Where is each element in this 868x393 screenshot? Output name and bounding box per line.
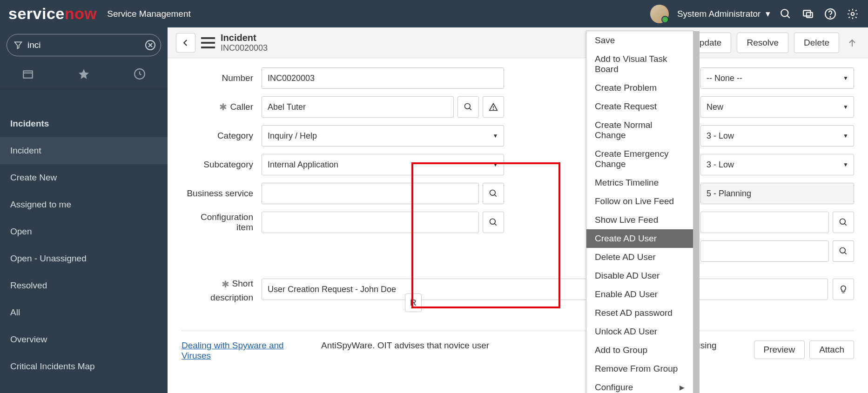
label-caller-text: Caller [230, 102, 253, 112]
preview-button[interactable]: Preview [754, 340, 805, 359]
scroll-top-icon[interactable] [845, 37, 860, 48]
delete-button[interactable]: Delete [794, 33, 839, 53]
ctx-label: Reset AD password [595, 308, 673, 318]
app-name: Service Management [107, 9, 191, 19]
nav-filter[interactable] [7, 34, 161, 56]
header-right: System Administrator ▾ [650, 5, 860, 23]
label-short-top: Short [232, 279, 253, 290]
lookup-business-service-icon[interactable] [483, 183, 504, 204]
nav-tab-all-apps-icon[interactable] [20, 66, 36, 82]
nav-module-open[interactable]: Open [0, 218, 168, 245]
ctx-enable-ad-user[interactable]: Enable AD User [586, 285, 693, 304]
ctx-create-normal-change[interactable]: Create Normal Change [586, 116, 693, 145]
input-short-description[interactable] [262, 279, 828, 300]
input-business-service[interactable] [262, 183, 479, 204]
user-menu[interactable]: System Administrator ▾ [677, 8, 770, 19]
nav-module-critical-map[interactable]: Critical Incidents Map [0, 353, 168, 380]
input-configuration-item[interactable] [262, 212, 479, 233]
logo[interactable]: servicenow [8, 5, 97, 23]
caller-warning-icon[interactable] [483, 96, 504, 118]
ctx-create-problem[interactable]: Create Problem [586, 79, 693, 97]
select-urgency[interactable] [700, 154, 854, 175]
select-impact[interactable] [700, 125, 854, 147]
suggestion-icon[interactable] [833, 279, 854, 300]
nav-tab-favorites-icon[interactable] [75, 66, 92, 82]
search-icon[interactable] [779, 7, 793, 21]
nav-tab-history-icon[interactable] [131, 66, 148, 82]
nav-filter-input[interactable] [27, 40, 145, 50]
attach-button[interactable]: Attach [809, 340, 854, 359]
record-number: INC0020003 [221, 43, 268, 53]
logo-now: now [65, 5, 97, 22]
back-button[interactable] [176, 33, 195, 53]
nav-module-create-new[interactable]: Create New [0, 164, 168, 191]
select-state[interactable] [700, 96, 854, 118]
label-number: Number [182, 73, 262, 83]
ctx-scroll-thumb[interactable] [693, 31, 700, 393]
ctx-show-live-feed[interactable]: Show Live Feed [586, 211, 693, 229]
input-number[interactable] [262, 67, 504, 89]
field-number: Number [182, 67, 504, 89]
label-category: Category [182, 131, 262, 141]
ctx-add-to-group[interactable]: Add to Group [586, 341, 693, 360]
context-menu[interactable]: Save Add to Visual Task Board Create Pro… [586, 31, 693, 393]
ctx-scrollbar[interactable] [693, 31, 700, 393]
gear-icon[interactable] [846, 7, 860, 21]
global-header: servicenow Service Management System Adm… [0, 0, 868, 27]
related-link[interactable]: Dealing with Spyware and Viruses [182, 340, 284, 361]
lookup-assigned-to-icon[interactable] [833, 240, 854, 262]
resolve-button[interactable]: Resolve [737, 33, 788, 53]
nav-app-incident[interactable]: Incident [0, 137, 168, 164]
ctx-configure[interactable]: Configure▶ [586, 378, 693, 393]
svg-line-1 [787, 15, 789, 18]
ctx-delete-ad-user[interactable]: Delete AD User [586, 248, 693, 266]
ctx-create-request[interactable]: Create Request [586, 97, 693, 116]
label-business-service: Business service [182, 188, 262, 199]
lookup-ci-icon[interactable] [483, 212, 504, 233]
form-header: Incident INC0020003 Follow ▾ Update Reso… [168, 27, 868, 58]
field-configuration-item: Configuration item [182, 212, 504, 233]
ctx-label: Disable AD User [595, 271, 659, 281]
ctx-save[interactable]: Save [586, 31, 693, 50]
ctx-reset-ad-password[interactable]: Reset AD password [586, 304, 693, 322]
record-title: Incident INC0020003 [221, 32, 268, 53]
svg-point-17 [490, 190, 495, 196]
partial-button[interactable]: R [405, 293, 422, 312]
help-icon[interactable] [823, 7, 837, 21]
nav-module-assigned-to-me[interactable]: Assigned to me [0, 191, 168, 218]
ctx-create-emergency-change[interactable]: Create Emergency Change [586, 145, 693, 173]
ctx-unlock-ad-user[interactable]: Unlock AD User [586, 322, 693, 341]
input-assignment-group[interactable] [700, 212, 829, 233]
nav-filter-wrap [0, 27, 168, 61]
ctx-create-ad-user[interactable]: Create AD User [586, 229, 693, 248]
nav-module-overview[interactable]: Overview [0, 326, 168, 353]
chat-icon[interactable] [801, 7, 815, 21]
label-short-bottom: description [210, 293, 253, 303]
form-context-menu-button[interactable] [201, 37, 215, 48]
nav-modules[interactable]: Incidents Incident Create New Assigned t… [0, 110, 168, 393]
select-category[interactable] [262, 125, 504, 147]
ctx-add-visual-task[interactable]: Add to Visual Task Board [586, 50, 693, 79]
svg-point-13 [464, 104, 470, 109]
avatar[interactable] [650, 5, 669, 23]
nav-module-resolved[interactable]: Resolved [0, 272, 168, 299]
ctx-metrics-timeline[interactable]: Metrics Timeline [586, 173, 693, 192]
ctx-follow-live-feed[interactable]: Follow on Live Feed [586, 192, 693, 211]
select-contact-type[interactable] [700, 67, 854, 89]
input-assigned-to[interactable] [700, 240, 829, 262]
nav-module-open-unassigned[interactable]: Open - Unassigned [0, 245, 168, 272]
nav-module-incidents-group[interactable]: Incidents [0, 110, 168, 137]
svg-point-6 [851, 12, 855, 15]
input-caller[interactable] [262, 96, 454, 118]
lookup-caller-icon[interactable] [458, 96, 479, 118]
record-table-label: Incident [221, 32, 268, 43]
nav-module-all[interactable]: All [0, 299, 168, 326]
clear-filter-icon[interactable] [145, 40, 156, 51]
ctx-disable-ad-user[interactable]: Disable AD User [586, 266, 693, 285]
ctx-label: Unlock AD User [595, 326, 657, 337]
select-subcategory[interactable] [262, 154, 504, 175]
lookup-assignment-group-icon[interactable] [833, 212, 854, 233]
user-name-text: System Administrator [677, 9, 761, 19]
ctx-remove-from-group[interactable]: Remove From Group [586, 360, 693, 378]
ctx-label: Create Emergency Change [595, 149, 685, 169]
